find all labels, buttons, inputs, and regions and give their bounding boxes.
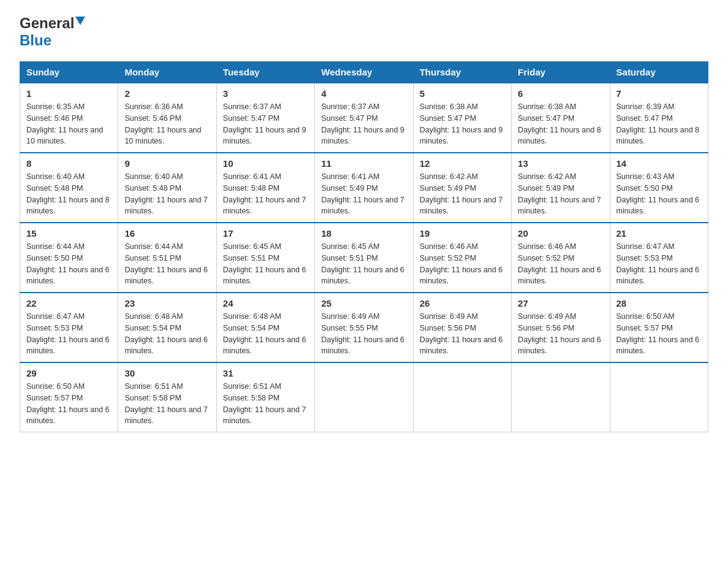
day-info: Sunrise: 6:49 AMSunset: 5:56 PMDaylight:… (518, 312, 601, 355)
calendar-cell: 23 Sunrise: 6:48 AMSunset: 5:54 PMDaylig… (118, 293, 216, 362)
logo-triangle (75, 17, 85, 28)
day-info: Sunrise: 6:51 AMSunset: 5:58 PMDaylight:… (223, 382, 306, 425)
day-info: Sunrise: 6:43 AMSunset: 5:50 PMDaylight:… (616, 172, 700, 215)
day-number: 17 (223, 228, 308, 239)
calendar-cell: 25 Sunrise: 6:49 AMSunset: 5:55 PMDaylig… (315, 293, 413, 362)
day-info: Sunrise: 6:38 AMSunset: 5:47 PMDaylight:… (420, 102, 503, 145)
day-info: Sunrise: 6:37 AMSunset: 5:47 PMDaylight:… (223, 102, 306, 145)
calendar-table: SundayMondayTuesdayWednesdayThursdayFrid… (20, 61, 708, 432)
day-info: Sunrise: 6:49 AMSunset: 5:55 PMDaylight:… (321, 312, 404, 355)
day-number: 2 (124, 88, 210, 99)
day-info: Sunrise: 6:44 AMSunset: 5:50 PMDaylight:… (26, 242, 110, 285)
calendar-cell (610, 362, 708, 432)
calendar-cell: 12 Sunrise: 6:42 AMSunset: 5:49 PMDaylig… (413, 153, 511, 223)
day-number: 18 (321, 228, 406, 239)
calendar-cell: 13 Sunrise: 6:42 AMSunset: 5:49 PMDaylig… (512, 153, 610, 223)
day-number: 1 (26, 88, 112, 99)
day-info: Sunrise: 6:38 AMSunset: 5:47 PMDaylight:… (518, 102, 601, 145)
day-info: Sunrise: 6:45 AMSunset: 5:51 PMDaylight:… (223, 242, 306, 285)
calendar-cell: 17 Sunrise: 6:45 AMSunset: 5:51 PMDaylig… (216, 223, 314, 293)
calendar-cell: 9 Sunrise: 6:40 AMSunset: 5:48 PMDayligh… (118, 153, 216, 223)
calendar-cell: 4 Sunrise: 6:37 AMSunset: 5:47 PMDayligh… (315, 83, 413, 153)
header-thursday: Thursday (413, 62, 511, 83)
calendar-cell: 26 Sunrise: 6:49 AMSunset: 5:56 PMDaylig… (413, 293, 511, 362)
calendar-cell: 21 Sunrise: 6:47 AMSunset: 5:53 PMDaylig… (610, 223, 708, 293)
day-number: 23 (124, 298, 210, 308)
calendar-cell: 10 Sunrise: 6:41 AMSunset: 5:48 PMDaylig… (216, 153, 314, 223)
day-number: 25 (321, 298, 406, 308)
calendar-cell: 31 Sunrise: 6:51 AMSunset: 5:58 PMDaylig… (216, 362, 314, 432)
day-number: 11 (321, 158, 406, 169)
calendar-cell: 28 Sunrise: 6:50 AMSunset: 5:57 PMDaylig… (610, 293, 708, 362)
page-header: General Blue (20, 15, 708, 49)
calendar-cell: 19 Sunrise: 6:46 AMSunset: 5:52 PMDaylig… (413, 223, 511, 293)
day-number: 28 (616, 298, 702, 308)
header-sunday: Sunday (20, 62, 118, 83)
day-number: 20 (518, 228, 603, 239)
header-friday: Friday (512, 62, 610, 83)
day-info: Sunrise: 6:40 AMSunset: 5:48 PMDaylight:… (124, 172, 208, 215)
logo: General Blue (20, 15, 85, 49)
day-number: 4 (321, 88, 406, 99)
day-number: 6 (518, 88, 603, 99)
calendar-cell: 3 Sunrise: 6:37 AMSunset: 5:47 PMDayligh… (216, 83, 314, 153)
day-info: Sunrise: 6:51 AMSunset: 5:58 PMDaylight:… (124, 382, 208, 425)
logo-general: General (20, 15, 74, 32)
day-number: 21 (616, 228, 702, 239)
calendar-cell: 30 Sunrise: 6:51 AMSunset: 5:58 PMDaylig… (118, 362, 216, 432)
logo-blue: Blue (20, 32, 51, 48)
day-number: 7 (616, 88, 702, 99)
day-info: Sunrise: 6:48 AMSunset: 5:54 PMDaylight:… (223, 312, 306, 355)
day-info: Sunrise: 6:46 AMSunset: 5:52 PMDaylight:… (518, 242, 601, 285)
calendar-cell: 20 Sunrise: 6:46 AMSunset: 5:52 PMDaylig… (512, 223, 610, 293)
calendar-cell: 27 Sunrise: 6:49 AMSunset: 5:56 PMDaylig… (512, 293, 610, 362)
week-row-2: 8 Sunrise: 6:40 AMSunset: 5:48 PMDayligh… (20, 153, 708, 223)
calendar-cell (512, 362, 610, 432)
calendar-cell: 11 Sunrise: 6:41 AMSunset: 5:49 PMDaylig… (315, 153, 413, 223)
header-saturday: Saturday (610, 62, 708, 83)
calendar-cell: 16 Sunrise: 6:44 AMSunset: 5:51 PMDaylig… (118, 223, 216, 293)
day-info: Sunrise: 6:42 AMSunset: 5:49 PMDaylight:… (518, 172, 601, 215)
day-number: 31 (223, 368, 308, 378)
svg-marker-0 (75, 17, 85, 25)
calendar-cell: 1 Sunrise: 6:35 AMSunset: 5:46 PMDayligh… (20, 83, 118, 153)
calendar-cell: 22 Sunrise: 6:47 AMSunset: 5:53 PMDaylig… (20, 293, 118, 362)
day-info: Sunrise: 6:40 AMSunset: 5:48 PMDaylight:… (26, 172, 110, 215)
day-number: 22 (26, 298, 112, 308)
day-number: 30 (124, 368, 210, 378)
day-info: Sunrise: 6:50 AMSunset: 5:57 PMDaylight:… (616, 312, 700, 355)
day-number: 13 (518, 158, 603, 169)
day-info: Sunrise: 6:39 AMSunset: 5:47 PMDaylight:… (616, 102, 700, 145)
calendar-cell (413, 362, 511, 432)
day-number: 12 (420, 158, 505, 169)
calendar-cell: 6 Sunrise: 6:38 AMSunset: 5:47 PMDayligh… (512, 83, 610, 153)
day-info: Sunrise: 6:50 AMSunset: 5:57 PMDaylight:… (26, 382, 110, 425)
calendar-cell: 7 Sunrise: 6:39 AMSunset: 5:47 PMDayligh… (610, 83, 708, 153)
day-number: 19 (420, 228, 505, 239)
day-number: 24 (223, 298, 308, 308)
calendar-cell: 5 Sunrise: 6:38 AMSunset: 5:47 PMDayligh… (413, 83, 511, 153)
day-number: 3 (223, 88, 308, 99)
day-info: Sunrise: 6:46 AMSunset: 5:52 PMDaylight:… (420, 242, 503, 285)
calendar-cell: 2 Sunrise: 6:36 AMSunset: 5:46 PMDayligh… (118, 83, 216, 153)
day-info: Sunrise: 6:48 AMSunset: 5:54 PMDaylight:… (124, 312, 208, 355)
day-number: 26 (420, 298, 505, 308)
calendar-cell: 14 Sunrise: 6:43 AMSunset: 5:50 PMDaylig… (610, 153, 708, 223)
day-info: Sunrise: 6:41 AMSunset: 5:49 PMDaylight:… (321, 172, 404, 215)
calendar-cell: 8 Sunrise: 6:40 AMSunset: 5:48 PMDayligh… (20, 153, 118, 223)
calendar-cell: 24 Sunrise: 6:48 AMSunset: 5:54 PMDaylig… (216, 293, 314, 362)
header-tuesday: Tuesday (216, 62, 314, 83)
day-info: Sunrise: 6:42 AMSunset: 5:49 PMDaylight:… (420, 172, 503, 215)
day-info: Sunrise: 6:36 AMSunset: 5:46 PMDaylight:… (124, 102, 201, 145)
day-number: 10 (223, 158, 308, 169)
day-number: 5 (420, 88, 505, 99)
day-number: 8 (26, 158, 112, 169)
calendar-cell: 15 Sunrise: 6:44 AMSunset: 5:50 PMDaylig… (20, 223, 118, 293)
week-row-5: 29 Sunrise: 6:50 AMSunset: 5:57 PMDaylig… (20, 362, 708, 432)
calendar-cell: 18 Sunrise: 6:45 AMSunset: 5:51 PMDaylig… (315, 223, 413, 293)
day-number: 9 (124, 158, 210, 169)
calendar-cell: 29 Sunrise: 6:50 AMSunset: 5:57 PMDaylig… (20, 362, 118, 432)
calendar-cell (315, 362, 413, 432)
day-info: Sunrise: 6:47 AMSunset: 5:53 PMDaylight:… (616, 242, 700, 285)
day-number: 27 (518, 298, 603, 308)
